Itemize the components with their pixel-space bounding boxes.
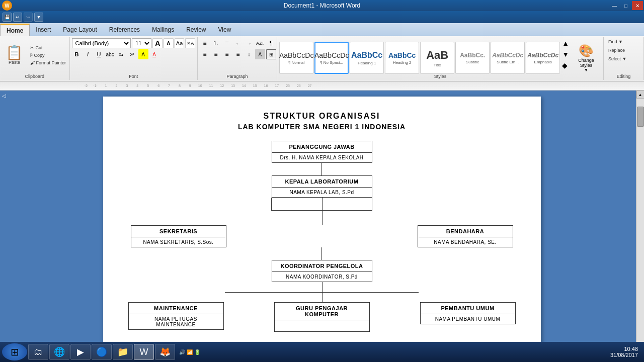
cut-button[interactable]: ✂ Cut: [28, 44, 68, 51]
subscript-button[interactable]: x₂: [116, 49, 126, 59]
numbering-button[interactable]: 1.: [211, 38, 221, 48]
koordinator-title: KOORDINATOR PENGELOLA: [272, 260, 372, 272]
style-subtle-em[interactable]: AaBbCcDc Subtle Em...: [491, 42, 525, 74]
justify-button[interactable]: ≡: [233, 49, 243, 59]
tab-insert[interactable]: Insert: [30, 23, 57, 36]
maximize-button[interactable]: □: [620, 1, 631, 10]
tab-home[interactable]: Home: [0, 24, 30, 36]
word-application: W Document1 - Microsoft Word — □ ✕ 💾 ↩ ↪…: [0, 0, 644, 362]
sekretaris-column: SEKRETARIS NAMA SEKRETARIS, S.Sos.: [128, 225, 229, 247]
customize-qa-button[interactable]: ▼: [34, 13, 43, 22]
align-center-button[interactable]: ≡: [211, 49, 221, 59]
copy-button[interactable]: ⎘ Copy: [28, 52, 68, 59]
start-button[interactable]: ⊞: [2, 343, 27, 360]
penanggung-jawab-name: Drs. H. NAMA KEPALA SEKOLAH: [272, 153, 372, 162]
change-case-button[interactable]: Aa: [175, 38, 185, 48]
connector-v1: [321, 163, 322, 175]
redo-button[interactable]: ↪: [24, 13, 33, 22]
italic-button[interactable]: I: [83, 49, 93, 59]
font-family-select[interactable]: Calibri (Body): [72, 38, 131, 48]
sort-button[interactable]: AZ↓: [255, 38, 265, 48]
ribbon-tabs: Home Insert Page Layout References Maili…: [0, 23, 644, 36]
vertical-scrollbar[interactable]: ▲ ▼: [636, 90, 644, 351]
decrease-indent-button[interactable]: ←: [233, 38, 243, 48]
margin-handle[interactable]: ◁: [2, 93, 6, 99]
grow-font-button[interactable]: A: [152, 38, 163, 48]
pembantu-title: PEMBANTU UMUM: [421, 303, 515, 314]
ruler-marks: ·2· ·1· 1 2 3 4 5 6 7 8 9 10 11 12 13 14…: [85, 84, 312, 87]
clipboard-group: 📋 Paste ✂ Cut ⎘ Copy 🖌 Format Painter Cl…: [0, 37, 70, 80]
style-normal[interactable]: AaBbCcDc ¶ Normal: [279, 42, 313, 74]
align-right-button[interactable]: ≡: [222, 49, 232, 59]
save-button[interactable]: 💾: [3, 13, 12, 22]
taskbar-file-manager[interactable]: 🗂: [28, 344, 48, 360]
clear-format-button[interactable]: ✕A: [185, 38, 195, 48]
bold-button[interactable]: B: [72, 49, 82, 59]
undo-button[interactable]: ↩: [13, 13, 22, 22]
editing-label: Editing: [604, 74, 643, 79]
styles-scroll-up[interactable]: ▲: [561, 38, 570, 48]
close-button[interactable]: ✕: [632, 1, 643, 10]
style-subtitle-label: Subtitle: [466, 60, 479, 64]
replace-button[interactable]: Replace: [606, 47, 627, 54]
tab-mailings[interactable]: Mailings: [146, 23, 180, 36]
borders-button[interactable]: ⊞: [266, 49, 276, 59]
scroll-up-arrow[interactable]: ▲: [636, 90, 645, 99]
style-emphasis[interactable]: AaBbCcDc Emphasis: [526, 42, 560, 74]
taskbar-firefox[interactable]: 🦊: [155, 344, 175, 360]
font-size-select[interactable]: 11: [132, 38, 151, 48]
font-label: Font: [70, 74, 197, 79]
maintenance-title: MAINTENANCE: [129, 303, 223, 314]
style-title[interactable]: AaB Title: [420, 42, 454, 74]
highlight-button[interactable]: A: [138, 49, 148, 59]
shading-button[interactable]: A: [255, 49, 265, 59]
find-button[interactable]: Find ▼: [606, 38, 625, 45]
tray-icons: 🔊 📶 🔋: [179, 349, 200, 355]
guru-title: GURU PENGAJAR KOMPUTER: [275, 303, 369, 320]
org-chart-title: STRUKTUR ORGANISASI: [128, 112, 516, 121]
taskbar-ie[interactable]: 🌐: [49, 344, 69, 360]
superscript-button[interactable]: x²: [127, 49, 137, 59]
paste-button[interactable]: 📋 Paste: [2, 44, 27, 66]
style-no-spacing[interactable]: AaBbCcDc ¶ No Spaci...: [314, 42, 349, 74]
align-left-button[interactable]: ≡: [200, 49, 210, 59]
styles-scroll-down[interactable]: ▼: [561, 49, 570, 59]
minimize-button[interactable]: —: [609, 1, 620, 10]
change-styles-label: Change Styles: [573, 58, 600, 68]
level-5: MAINTENANCE NAMA PETUGAS MAINTENANCE GUR…: [128, 302, 516, 332]
taskbar-chrome[interactable]: 🔵: [92, 344, 112, 360]
tab-view[interactable]: View: [212, 23, 237, 36]
tab-references[interactable]: References: [103, 23, 146, 36]
style-heading1[interactable]: AaBbCc Heading 1: [350, 42, 384, 74]
strikethrough-button[interactable]: abc: [105, 49, 115, 59]
underline-button[interactable]: U: [94, 49, 104, 59]
maintenance-column: MAINTENANCE NAMA PETUGAS MAINTENANCE: [128, 302, 224, 330]
shrink-font-button[interactable]: A: [164, 38, 174, 48]
styles-more[interactable]: ◆: [561, 60, 570, 70]
select-button[interactable]: Select ▼: [606, 55, 629, 62]
line-spacing-button[interactable]: ↕: [244, 49, 254, 59]
paragraph-group: ≡ 1. ≣ ← → AZ↓ ¶ ≡ ≡ ≡ ≡ ↕ A ⊞: [198, 37, 277, 80]
multilevel-button[interactable]: ≣: [222, 38, 232, 48]
level-1: PENANGGUNG JAWAB Drs. H. NAMA KEPALA SEK…: [128, 141, 516, 163]
office-button[interactable]: W: [2, 1, 12, 11]
scroll-thumb[interactable]: [637, 107, 644, 127]
title-bar: W Document1 - Microsoft Word — □ ✕: [0, 0, 644, 11]
styles-label: Styles: [277, 74, 603, 79]
format-painter-button[interactable]: 🖌 Format Painter: [28, 59, 68, 66]
style-emphasis-label: Emphasis: [534, 60, 552, 64]
style-subtitle-preview: AaBbCc.: [460, 52, 485, 59]
change-styles-button[interactable]: 🎨 Change Styles ▼: [571, 42, 601, 74]
taskbar-folder[interactable]: 📁: [113, 344, 133, 360]
show-formatting-button[interactable]: ¶: [266, 38, 276, 48]
style-heading2[interactable]: AaBbCc Heading 2: [385, 42, 419, 74]
tab-review[interactable]: Review: [180, 23, 212, 36]
increase-indent-button[interactable]: →: [244, 38, 254, 48]
font-color-button[interactable]: A: [149, 49, 159, 59]
tab-page-layout[interactable]: Page Layout: [57, 23, 103, 36]
taskbar-word[interactable]: W: [134, 344, 154, 360]
taskbar-media[interactable]: ▶: [70, 344, 91, 360]
bullets-button[interactable]: ≡: [200, 38, 210, 48]
koordinator-box: KOORDINATOR PENGELOLA NAMA KOORDINATOR, …: [272, 260, 372, 282]
style-subtitle[interactable]: AaBbCc. Subtitle: [455, 42, 490, 74]
